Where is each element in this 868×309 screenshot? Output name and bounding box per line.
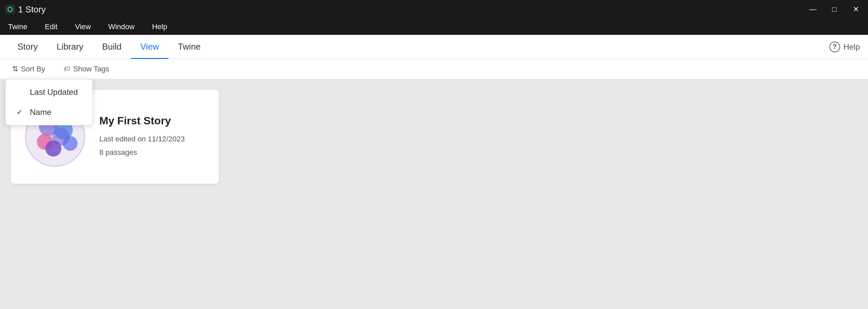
- toolbar: ⇅ Sort By 🏷 Show Tags Last Updated ✓ Nam…: [0, 59, 868, 79]
- maximize-button[interactable]: □: [828, 3, 841, 16]
- menu-bar: Twine Edit View Window Help: [0, 19, 868, 35]
- story-last-edited: Last edited on 11/12/2023: [99, 132, 208, 146]
- menu-help[interactable]: Help: [149, 21, 170, 33]
- tab-story[interactable]: Story: [8, 35, 47, 59]
- window-controls: — □ ✕: [806, 3, 863, 16]
- tab-twine[interactable]: Twine: [168, 35, 210, 59]
- close-button[interactable]: ✕: [849, 3, 863, 16]
- svg-rect-2: [9, 8, 11, 11]
- tag-icon: 🏷: [64, 65, 70, 73]
- app-icon: [5, 5, 15, 14]
- main-content: My First Story Last edited on 11/12/2023…: [0, 79, 868, 309]
- help-label: Help: [843, 42, 860, 52]
- sort-last-updated[interactable]: Last Updated: [6, 82, 92, 102]
- show-tags-label: Show Tags: [73, 65, 109, 73]
- help-button[interactable]: ? Help: [829, 41, 860, 52]
- help-circle-icon: ?: [829, 41, 840, 52]
- story-info: My First Story Last edited on 11/12/2023…: [99, 115, 208, 159]
- tab-library[interactable]: Library: [47, 35, 93, 59]
- menu-edit[interactable]: Edit: [42, 21, 60, 33]
- sort-dropdown: Last Updated ✓ Name: [5, 79, 93, 125]
- sort-by-label: Sort By: [21, 65, 45, 73]
- show-tags-button[interactable]: 🏷 Show Tags: [60, 63, 113, 75]
- sort-by-button[interactable]: ⇅ Sort By: [8, 63, 49, 75]
- sort-name[interactable]: ✓ Name: [6, 102, 92, 122]
- nav-bar: Story Library Build View Twine ? Help: [0, 35, 868, 59]
- menu-twine[interactable]: Twine: [5, 21, 30, 33]
- tab-view[interactable]: View: [131, 35, 168, 59]
- title-bar-left: 1 Story: [5, 4, 45, 15]
- title-bar: 1 Story — □ ✕: [0, 0, 868, 19]
- menu-view[interactable]: View: [72, 21, 93, 33]
- nav-tabs: Story Library Build View Twine: [8, 35, 210, 59]
- name-check: ✓: [17, 108, 25, 116]
- story-passages: 8 passages: [99, 146, 208, 159]
- window-title: 1 Story: [18, 4, 45, 15]
- svg-point-8: [45, 140, 61, 157]
- story-title: My First Story: [99, 115, 208, 127]
- last-updated-label: Last Updated: [30, 88, 78, 97]
- minimize-button[interactable]: —: [806, 3, 820, 16]
- svg-point-9: [63, 136, 78, 151]
- story-meta: Last edited on 11/12/2023 8 passages: [99, 132, 208, 159]
- name-label: Name: [30, 108, 51, 117]
- menu-window[interactable]: Window: [106, 21, 137, 33]
- sort-icon: ⇅: [12, 65, 18, 73]
- tab-build[interactable]: Build: [93, 35, 131, 59]
